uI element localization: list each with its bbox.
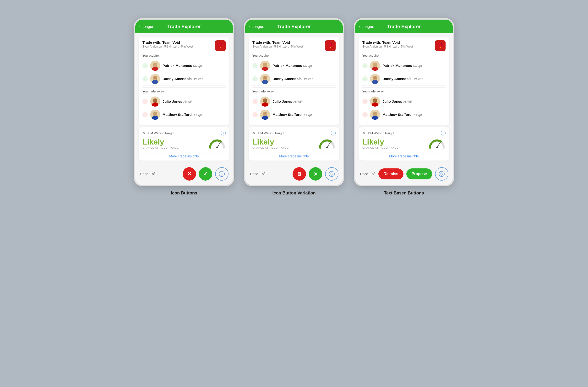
- back-link[interactable]: ‹ League: [249, 24, 264, 29]
- svg-line-49: [327, 142, 330, 148]
- watson-button[interactable]: [435, 167, 448, 181]
- player-row: ← Patrick Mahomes KC QB: [362, 59, 445, 72]
- player-team-pos: KC QB: [303, 64, 312, 68]
- player-info: Danny Amendola Det WR: [273, 77, 313, 81]
- watson-info-icon[interactable]: i: [331, 131, 336, 135]
- watson-icon: ☀: [362, 131, 366, 135]
- watson-brand: ☀ IBM Watson Insight: [362, 131, 394, 135]
- watson-info-icon[interactable]: i: [221, 131, 226, 135]
- player-info: Patrick Mahomes KC QB: [382, 63, 422, 68]
- phone-header: ‹ League Trade Explorer: [135, 20, 233, 33]
- watson-likelihood-area: Likely CHANCE OF ACCEPTANCE: [362, 138, 399, 149]
- player-row: → Julio Jones Atl WR: [362, 95, 445, 108]
- watson-sub-label: CHANCE OF ACCEPTANCE: [362, 146, 399, 149]
- watson-button[interactable]: [215, 167, 229, 181]
- watson-brand: ☀ IBM Watson Insight: [252, 131, 284, 135]
- acquire-arrow-icon: ←: [252, 63, 258, 68]
- phone-label-icon-buttons: Icon Buttons: [171, 191, 197, 196]
- trade-count: Trade 1 of 3: [140, 172, 158, 176]
- back-label: League: [252, 25, 264, 29]
- trade-with-title: Trade with: Team Void: [362, 40, 413, 44]
- player-team-pos: Det QB: [193, 113, 202, 117]
- trade-header: Trade with: Team Void Evan Anderson | 5-…: [362, 40, 445, 51]
- svg-point-28: [222, 175, 222, 176]
- trade-away-label: You trade away:: [143, 90, 226, 93]
- acquire-label: You acquire:: [143, 54, 226, 57]
- player-info: Matthew Stafford Det QB: [382, 113, 422, 117]
- phones-container: ‹ League Trade Explorer Trade with: Team…: [10, 18, 578, 196]
- player-name: Matthew Stafford: [163, 113, 192, 117]
- trade-info: Trade with: Team Void Evan Anderson | 5-…: [143, 40, 193, 48]
- player-name: Patrick Mahomes: [163, 63, 192, 68]
- svg-point-3: [153, 63, 157, 66]
- delete-button[interactable]: 🗑: [293, 167, 306, 181]
- watson-info-icon[interactable]: i: [441, 131, 445, 135]
- svg-point-32: [263, 63, 267, 66]
- trade-card: Trade with: Team Void Evan Anderson | 5-…: [358, 37, 449, 125]
- trade-card: Trade with: Team Void Evan Anderson | 5-…: [249, 37, 339, 125]
- trade-explorer-title: Trade Explorer: [277, 24, 311, 29]
- phone-wrapper-icon-variation: ‹ League Trade Explorer Trade with: Team…: [244, 18, 344, 196]
- player-info: Julio Jones Atl WR: [273, 99, 302, 104]
- more-insights-link[interactable]: More Trade Insights: [362, 152, 445, 158]
- player-team-pos: KC QB: [193, 64, 202, 68]
- player-row: ← Patrick Mahomes KC QB: [143, 59, 226, 72]
- phone-icon-buttons: ‹ League Trade Explorer Trade with: Team…: [134, 18, 234, 186]
- trade-manager-info: Evan Anderson | 5-1-0 | 1st of 5 in West: [143, 45, 193, 48]
- player-name: Julio Jones: [273, 99, 292, 103]
- player-info: Matthew Stafford Det QB: [163, 113, 202, 117]
- svg-line-20: [217, 142, 220, 148]
- section-divider: [362, 87, 445, 88]
- phone-label-text-buttons: Text Based Buttons: [384, 191, 424, 196]
- svg-point-8: [153, 76, 157, 79]
- dismiss-button[interactable]: Dismiss: [378, 168, 403, 179]
- section-divider: [252, 87, 336, 88]
- trade-count: Trade 1 of 3: [250, 172, 268, 176]
- player-name: Danny Amendola: [163, 77, 192, 81]
- player-name: Julio Jones: [163, 99, 182, 103]
- trade-manager-info: Evan Anderson | 5-1-0 | 1st of 5 in West: [362, 45, 413, 48]
- acceptance-gauge: [209, 137, 226, 150]
- more-insights-link[interactable]: More Trade Insights: [252, 152, 336, 158]
- acquire-arrow-icon: ←: [362, 76, 368, 81]
- watson-button[interactable]: [325, 167, 338, 181]
- section-divider: [143, 87, 226, 88]
- watson-header: ☀ IBM Watson Insight i: [252, 131, 336, 135]
- send-button[interactable]: ➤: [309, 167, 322, 181]
- player-avatar: [260, 61, 270, 71]
- svg-point-13: [153, 99, 157, 102]
- svg-point-47: [263, 112, 267, 115]
- dismiss-button[interactable]: ✕: [183, 167, 196, 181]
- watson-content: Likely CHANCE OF ACCEPTANCE: [252, 137, 336, 150]
- svg-point-66: [373, 76, 377, 79]
- back-link[interactable]: ‹ League: [359, 24, 374, 29]
- svg-point-37: [263, 76, 267, 79]
- player-info: Patrick Mahomes KC QB: [273, 63, 312, 68]
- watson-sub-label: CHANCE OF ACCEPTANCE: [143, 146, 179, 149]
- trade-count: Trade 1 of 3: [359, 172, 378, 176]
- player-team-pos: KC QB: [413, 64, 422, 68]
- more-insights-link[interactable]: More Trade Insights: [143, 152, 226, 158]
- phone-header: ‹ League Trade Explorer: [355, 20, 453, 33]
- svg-point-81: [441, 173, 443, 175]
- accept-button[interactable]: ✓: [199, 167, 212, 181]
- player-avatar: [370, 110, 380, 120]
- trade-away-label: You trade away:: [362, 90, 445, 93]
- propose-button[interactable]: Propose: [406, 168, 432, 179]
- player-name: Patrick Mahomes: [382, 63, 412, 68]
- player-avatar: [370, 74, 380, 84]
- player-name: Danny Amendola: [382, 77, 412, 81]
- watson-card: ☀ IBM Watson Insight i Likely CHANCE OF …: [249, 127, 339, 161]
- trade-info: Trade with: Team Void Evan Anderson | 5-…: [362, 40, 413, 48]
- player-avatar: [150, 74, 160, 84]
- team-logo: 🥊: [325, 40, 336, 51]
- watson-icon: ☀: [143, 131, 146, 135]
- svg-point-23: [221, 173, 223, 175]
- back-link[interactable]: ‹ League: [139, 24, 154, 29]
- player-info: Julio Jones Atl WR: [382, 99, 412, 104]
- svg-point-71: [373, 99, 377, 102]
- player-name: Matthew Stafford: [382, 113, 412, 117]
- player-info: Danny Amendola Det WR: [382, 77, 423, 81]
- watson-likelihood-area: Likely CHANCE OF ACCEPTANCE: [143, 138, 179, 149]
- watson-likelihood: Likely: [143, 138, 179, 146]
